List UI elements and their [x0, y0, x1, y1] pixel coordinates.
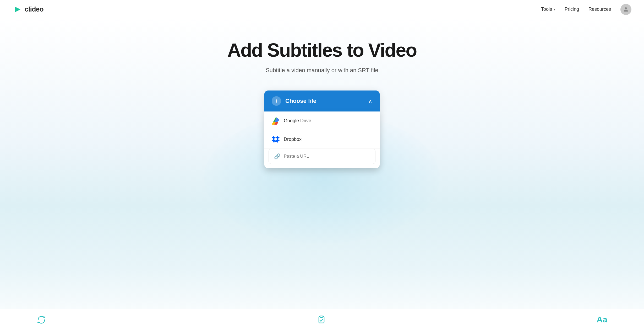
upload-card: + Choose file ∧ Google Drive	[264, 91, 380, 168]
avatar-icon	[623, 6, 629, 13]
main-nav: Tools ▾ Pricing Resources	[541, 4, 631, 15]
google-drive-label: Google Drive	[284, 118, 311, 124]
user-avatar[interactable]	[620, 4, 631, 15]
pricing-link[interactable]: Pricing	[565, 7, 579, 12]
tools-menu[interactable]: Tools ▾	[541, 7, 555, 12]
refresh-button[interactable]	[37, 315, 46, 324]
svg-rect-10	[320, 316, 323, 317]
refresh-icon	[37, 315, 46, 324]
bottom-bar: Aa	[0, 309, 644, 330]
tools-label: Tools	[541, 7, 552, 12]
header: clideo Tools ▾ Pricing Resources	[0, 0, 644, 19]
url-input[interactable]	[284, 154, 370, 159]
plus-circle-icon: +	[272, 96, 281, 106]
choose-file-left: + Choose file	[272, 96, 316, 106]
dropbox-icon	[272, 135, 280, 143]
google-drive-option[interactable]: Google Drive	[264, 111, 380, 130]
dropbox-label: Dropbox	[284, 137, 302, 142]
font-size-button[interactable]: Aa	[597, 315, 607, 324]
upload-dropdown: Google Drive Dropbox 🔗	[264, 111, 380, 168]
logo-text: clideo	[25, 5, 43, 13]
resources-link[interactable]: Resources	[588, 7, 611, 12]
google-drive-icon	[272, 117, 280, 125]
logo[interactable]: clideo	[13, 5, 43, 14]
tools-chevron-icon: ▾	[554, 8, 555, 11]
dropbox-option[interactable]: Dropbox	[264, 130, 380, 149]
link-icon: 🔗	[274, 153, 281, 159]
choose-file-label: Choose file	[285, 98, 316, 104]
clideo-logo-icon	[13, 5, 22, 14]
choose-file-button[interactable]: + Choose file ∧	[264, 91, 380, 111]
main-content: Add Subtitles to Video Subtitle a video …	[0, 19, 644, 330]
svg-point-2	[625, 7, 627, 9]
clipboard-check-icon	[317, 315, 326, 324]
font-size-icon: Aa	[597, 315, 607, 324]
clipboard-button[interactable]	[317, 315, 326, 324]
page-title: Add Subtitles to Video	[227, 40, 417, 61]
page-subtitle: Subtitle a video manually or with an SRT…	[266, 67, 378, 74]
svg-marker-7	[43, 316, 46, 318]
url-input-row: 🔗	[269, 149, 375, 164]
chevron-up-icon: ∧	[368, 98, 372, 104]
svg-marker-8	[37, 321, 39, 323]
